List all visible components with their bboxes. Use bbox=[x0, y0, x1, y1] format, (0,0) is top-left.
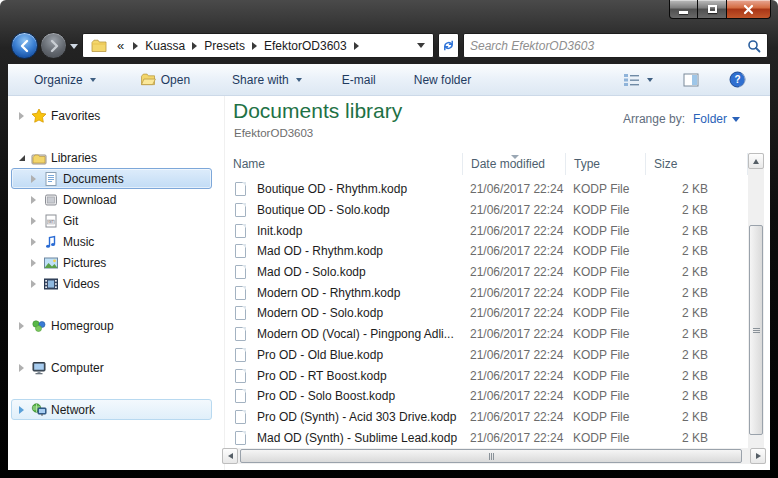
expand-chevron-icon[interactable] bbox=[31, 196, 39, 204]
file-row[interactable]: Pro OD - Solo Boost.kodp 21/06/2017 22:2… bbox=[225, 386, 748, 407]
search-box bbox=[463, 33, 768, 58]
maximize-icon bbox=[708, 5, 717, 13]
forward-button[interactable] bbox=[40, 32, 67, 59]
sidebar-label: Pictures bbox=[63, 256, 106, 270]
sidebar-spacer bbox=[8, 294, 224, 315]
file-date: 21/06/2017 22:24 bbox=[462, 348, 565, 362]
toolbar-right-group: ? bbox=[615, 67, 770, 92]
vertical-scrollbar[interactable] bbox=[748, 153, 764, 464]
arrange-by-value[interactable]: Folder bbox=[693, 112, 740, 126]
organize-button[interactable]: Organize bbox=[26, 69, 104, 91]
column-header-type[interactable]: Type bbox=[565, 153, 645, 175]
email-button[interactable]: E-mail bbox=[334, 69, 384, 91]
file-icon bbox=[235, 224, 246, 238]
open-button[interactable]: Open bbox=[132, 69, 198, 91]
expand-chevron-icon[interactable] bbox=[19, 364, 27, 372]
sidebar-item-homegroup[interactable]: Homegroup bbox=[11, 315, 212, 336]
sidebar-item-libraries[interactable]: Libraries bbox=[11, 147, 212, 168]
address-dropdown-icon[interactable] bbox=[417, 43, 425, 48]
close-button[interactable] bbox=[726, 0, 771, 19]
file-row[interactable]: Modern OD (Vocal) - Pingpong Adli... 21/… bbox=[225, 324, 748, 345]
column-header-name[interactable]: Name bbox=[225, 153, 462, 175]
sidebar-label: Git bbox=[63, 214, 78, 228]
arrange-by-control[interactable]: Arrange by: Folder bbox=[623, 112, 740, 126]
list-view-icon bbox=[623, 73, 640, 87]
sidebar-item-computer[interactable]: Computer bbox=[11, 357, 212, 378]
expand-chevron-icon[interactable] bbox=[19, 112, 27, 120]
maximize-button[interactable] bbox=[698, 0, 726, 19]
share-with-button[interactable]: Share with bbox=[224, 69, 310, 91]
scroll-up-button[interactable] bbox=[748, 153, 764, 169]
file-type: KODP File bbox=[565, 203, 645, 217]
vertical-scrollbar-thumb[interactable] bbox=[749, 225, 763, 435]
file-name: Modern OD - Solo.kodp bbox=[257, 306, 383, 320]
sidebar-label: Download bbox=[63, 193, 116, 207]
file-row[interactable]: Boutique OD - Rhythm.kodp 21/06/2017 22:… bbox=[225, 179, 748, 200]
expand-chevron-icon[interactable] bbox=[19, 406, 27, 414]
breadcrumb-item-efektorod3603[interactable]: EfektorOD3603 bbox=[264, 39, 347, 53]
expand-chevron-icon[interactable] bbox=[31, 238, 39, 246]
breadcrumb-overflow[interactable]: « bbox=[117, 38, 124, 53]
change-view-button[interactable] bbox=[615, 69, 661, 91]
horizontal-scrollbar-thumb[interactable] bbox=[240, 449, 742, 463]
expand-chevron-icon[interactable] bbox=[31, 280, 39, 288]
sidebar-item-git[interactable]: GIT Git bbox=[11, 210, 212, 231]
refresh-button[interactable] bbox=[438, 33, 459, 58]
back-button[interactable] bbox=[11, 32, 38, 59]
file-row[interactable]: Pro OD - RT Boost.kodp 21/06/2017 22:24 … bbox=[225, 365, 748, 386]
file-row[interactable]: Mad OD - Solo.kodp 21/06/2017 22:24 KODP… bbox=[225, 262, 748, 283]
sidebar-item-music[interactable]: Music bbox=[11, 231, 212, 252]
file-name: Mad OD - Solo.kodp bbox=[257, 265, 366, 279]
file-row[interactable]: Modern OD - Rhythm.kodp 21/06/2017 22:24… bbox=[225, 282, 748, 303]
sidebar-item-videos[interactable]: Videos bbox=[11, 273, 212, 294]
sidebar-item-pictures[interactable]: Pictures bbox=[11, 252, 212, 273]
search-input[interactable] bbox=[470, 39, 747, 53]
scroll-left-button[interactable] bbox=[222, 448, 238, 464]
file-row[interactable]: Boutique OD - Solo.kodp 21/06/2017 22:24… bbox=[225, 200, 748, 221]
file-row[interactable]: Pro OD - Old Blue.kodp 21/06/2017 22:24 … bbox=[225, 345, 748, 366]
open-folder-icon bbox=[140, 73, 156, 86]
file-row[interactable]: Pro OD (Synth) - Acid 303 Drive.kodp 21/… bbox=[225, 407, 748, 428]
breadcrumb-item-kuassa[interactable]: Kuassa bbox=[145, 39, 185, 53]
file-list-panel: Documents library EfektorOD3603 Arrange … bbox=[225, 96, 770, 470]
search-icon[interactable] bbox=[747, 39, 761, 53]
breadcrumb-separator-icon[interactable] bbox=[192, 42, 197, 50]
file-row[interactable]: Mad OD - Rhythm.kodp 21/06/2017 22:24 KO… bbox=[225, 241, 748, 262]
help-button[interactable]: ? bbox=[721, 67, 754, 92]
file-row[interactable]: Mad OD (Synth) - Sublime Lead.kodp 21/06… bbox=[225, 427, 748, 448]
chevron-down-icon bbox=[296, 78, 302, 82]
sidebar-label: Libraries bbox=[51, 151, 97, 165]
scroll-right-button[interactable] bbox=[750, 448, 766, 464]
address-bar[interactable]: « Kuassa Presets EfektorOD3603 bbox=[82, 33, 434, 58]
preview-pane-icon bbox=[683, 73, 699, 87]
minimize-button[interactable] bbox=[669, 0, 698, 19]
sidebar-item-download[interactable]: Download bbox=[11, 189, 212, 210]
sidebar-item-favorites[interactable]: Favorites bbox=[11, 105, 212, 126]
horizontal-scrollbar[interactable] bbox=[222, 448, 766, 464]
open-label: Open bbox=[161, 73, 190, 87]
favorites-star-icon bbox=[31, 108, 47, 124]
new-folder-button[interactable]: New folder bbox=[406, 69, 479, 91]
expand-chevron-icon[interactable] bbox=[31, 259, 39, 267]
preview-pane-button[interactable] bbox=[675, 69, 707, 91]
breadcrumb-separator-icon[interactable] bbox=[354, 42, 359, 50]
file-size: 2 KB bbox=[645, 348, 748, 362]
file-row[interactable]: Modern OD - Solo.kodp 21/06/2017 22:24 K… bbox=[225, 303, 748, 324]
file-icon bbox=[235, 244, 246, 258]
expand-chevron-icon[interactable] bbox=[31, 217, 39, 225]
file-type: KODP File bbox=[565, 327, 645, 341]
breadcrumb-item-presets[interactable]: Presets bbox=[204, 39, 245, 53]
libraries-icon bbox=[31, 150, 47, 166]
breadcrumb-separator-icon[interactable] bbox=[252, 42, 257, 50]
sidebar-item-documents[interactable]: Documents bbox=[11, 168, 212, 189]
column-header-date-modified[interactable]: Date modified bbox=[462, 153, 565, 175]
expand-chevron-icon[interactable] bbox=[19, 322, 27, 330]
sidebar-item-network[interactable]: Network bbox=[11, 399, 212, 420]
file-row[interactable]: Init.kodp 21/06/2017 22:24 KODP File 2 K… bbox=[225, 220, 748, 241]
recent-pages-dropdown[interactable] bbox=[70, 44, 78, 49]
file-name: Mad OD (Synth) - Sublime Lead.kodp bbox=[257, 431, 457, 445]
collapse-chevron-icon[interactable] bbox=[19, 155, 27, 161]
sidebar-spacer bbox=[8, 126, 224, 147]
expand-chevron-icon[interactable] bbox=[31, 175, 39, 183]
column-header-size[interactable]: Size bbox=[645, 153, 748, 175]
